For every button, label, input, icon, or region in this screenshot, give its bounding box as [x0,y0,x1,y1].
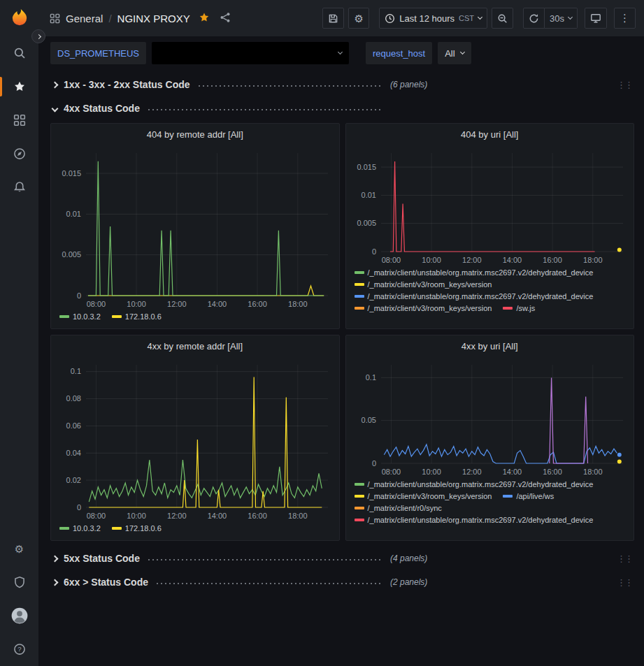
compass-icon [13,147,26,160]
search-icon [13,47,26,59]
legend-item[interactable]: /_matrix/client/unstable/org.matrix.msc2… [355,480,594,488]
legend-swatch-icon [355,283,364,286]
svg-text:0: 0 [371,247,375,256]
sidebar-collapse-toggle[interactable] [31,29,45,43]
cycle-view-mode-button[interactable] [585,8,607,29]
refresh-button[interactable] [523,8,545,29]
zoom-out-icon [497,13,508,24]
time-range-label: Last 12 hours [399,13,455,24]
refresh-interval-dropdown[interactable]: 30s [545,8,578,29]
svg-text:0.005: 0.005 [357,219,376,227]
sidebar-item-server-admin[interactable]: ⚙ [0,532,38,565]
legend-label: /_matrix/client/unstable/org.matrix.msc2… [368,292,594,301]
shield-icon [13,576,26,588]
legend-item[interactable]: 10.0.3.2 [59,524,101,533]
variable-request-host-value[interactable]: All [438,42,471,64]
save-dashboard-button[interactable] [322,8,344,29]
drag-handle-icon[interactable]: ⋮⋮ [617,577,634,588]
sidebar: ⚙ ? [0,0,38,666]
legend-label: /_matrix/client/v3/room_keys/version [368,492,492,500]
svg-text:08:00: 08:00 [381,256,401,264]
chevron-right-icon [52,81,59,88]
legend-item[interactable]: /_matrix/client/v3/room_keys/version [355,492,492,500]
svg-text:18:00: 18:00 [288,300,308,308]
panel-404-by-remote-addr: 404 by remote addr [All] 08:0010:0012:00… [50,123,340,329]
svg-text:16:00: 16:00 [248,512,267,520]
sidebar-item-admin-shield[interactable] [0,565,38,599]
sidebar-item-starred[interactable] [0,70,38,103]
legend-item[interactable]: 172.18.0.6 [112,312,162,321]
monitor-icon [590,13,601,24]
breadcrumb-dashboard-title[interactable]: NGINX PROXY [117,13,190,24]
row-1xx-3xx-2xx-status-code[interactable]: 1xx - 3xx - 2xx Status Code (6 panels) ⋮… [50,74,634,95]
dashboards-grid-icon [13,114,26,126]
chart-4xx-by-remote-addr[interactable]: 08:0010:0012:0014:0016:0018:0000.020.040… [55,356,334,523]
dotted-leader [197,85,383,87]
legend-swatch-icon [503,307,513,310]
time-range-picker[interactable]: Last 12 hours CST [379,8,487,29]
svg-text:?: ? [17,645,21,653]
svg-text:10:00: 10:00 [127,300,146,308]
legend-swatch-icon [59,527,69,530]
svg-text:12:00: 12:00 [462,256,482,264]
variable-request-host-label[interactable]: request_host [366,42,432,64]
dashboard-canvas: 1xx - 3xx - 2xx Status Code (6 panels) ⋮… [38,70,644,666]
breadcrumb-folder[interactable]: General [66,13,103,24]
svg-text:0.06: 0.06 [66,421,81,430]
legend-swatch-icon [355,507,364,509]
variable-ds-prometheus-label[interactable]: DS_PROMETHEUS [50,42,146,64]
legend-label: 172.18.0.6 [125,312,162,321]
legend-item[interactable]: /api/live/ws [503,492,554,500]
row-5xx-status-code[interactable]: 5xx Status Code (4 panels) ⋮⋮ [50,548,634,569]
grafana-flame-icon [10,8,29,28]
row-title: 4xx Status Code [64,103,140,114]
drag-handle-icon[interactable]: ⋮⋮ [617,80,634,90]
panel-header[interactable]: 4xx by remote addr [All] [51,335,339,356]
dashboard-variables-bar: DS_PROMETHEUS request_host All [38,36,644,70]
refresh-icon [529,13,539,24]
svg-text:10:00: 10:00 [422,256,441,264]
legend-item[interactable]: /_matrix/client/unstable/org.matrix.msc2… [355,268,594,277]
more-options-button[interactable]: ⋮ [614,8,636,29]
svg-text:12:00: 12:00 [167,300,187,308]
panel-header[interactable]: 404 by uri [All] [346,124,634,145]
legend-item[interactable]: /sw.js [503,304,535,312]
variable-ds-prometheus-value[interactable] [152,42,349,64]
panel-header[interactable]: 4xx by uri [All] [346,335,634,356]
svg-text:0.01: 0.01 [66,210,81,218]
legend-item[interactable]: 172.18.0.6 [112,524,162,533]
refresh-button-group: 30s [523,8,578,29]
zoom-out-button[interactable] [492,8,513,29]
panel-header[interactable]: 404 by remote addr [All] [51,124,339,145]
dashboard-settings-button[interactable]: ⚙ [348,8,369,29]
chart-404-by-uri[interactable]: 08:0010:0012:0014:0016:0018:0000.0050.01… [350,145,629,267]
chart-4xx-by-uri[interactable]: 08:0010:0012:0014:0016:0018:0000.050.1 [350,356,629,479]
sidebar-item-profile[interactable] [0,599,38,632]
drag-handle-icon[interactable]: ⋮⋮ [617,553,634,564]
panel-title: 4xx by uri [All] [461,341,518,352]
sidebar-item-help[interactable]: ? [0,632,38,666]
panel-title: 404 by uri [All] [461,129,518,140]
legend-item[interactable]: /_matrix/client/unstable/org.matrix.msc2… [355,516,594,524]
favorite-star-icon[interactable] [199,12,210,25]
legend-item[interactable]: /_matrix/client/v3/room_keys/version [355,304,492,312]
row-6xx-status-code[interactable]: 6xx > Status Code (2 panels) ⋮⋮ [50,572,634,593]
sidebar-item-search[interactable] [0,36,38,70]
legend-label: 172.18.0.6 [125,524,162,533]
row-title: 1xx - 3xx - 2xx Status Code [64,79,190,90]
row-4xx-status-code[interactable]: 4xx Status Code [50,98,634,119]
chart-legend: 10.0.3.2172.18.0.6 [51,523,339,534]
chart-404-by-remote-addr[interactable]: 08:0010:0012:0014:0016:0018:0000.0050.01… [55,145,334,311]
panel-4xx-by-remote-addr: 4xx by remote addr [All] 08:0010:0012:00… [50,335,340,541]
legend-item[interactable]: /_matrix/client/unstable/org.matrix.msc2… [355,292,594,301]
chevron-down-icon [460,50,465,55]
svg-text:0.01: 0.01 [361,191,375,199]
sidebar-item-dashboards[interactable] [0,103,38,137]
sidebar-item-alerting[interactable] [0,171,38,204]
legend-item[interactable]: 10.0.3.2 [59,312,101,321]
legend-item[interactable]: /_matrix/client/v3/room_keys/version [355,280,492,289]
share-icon[interactable] [220,12,231,25]
sidebar-item-explore[interactable] [0,137,38,171]
legend-label: /api/live/ws [516,492,554,500]
legend-item[interactable]: /_matrix/client/r0/sync [355,504,442,512]
